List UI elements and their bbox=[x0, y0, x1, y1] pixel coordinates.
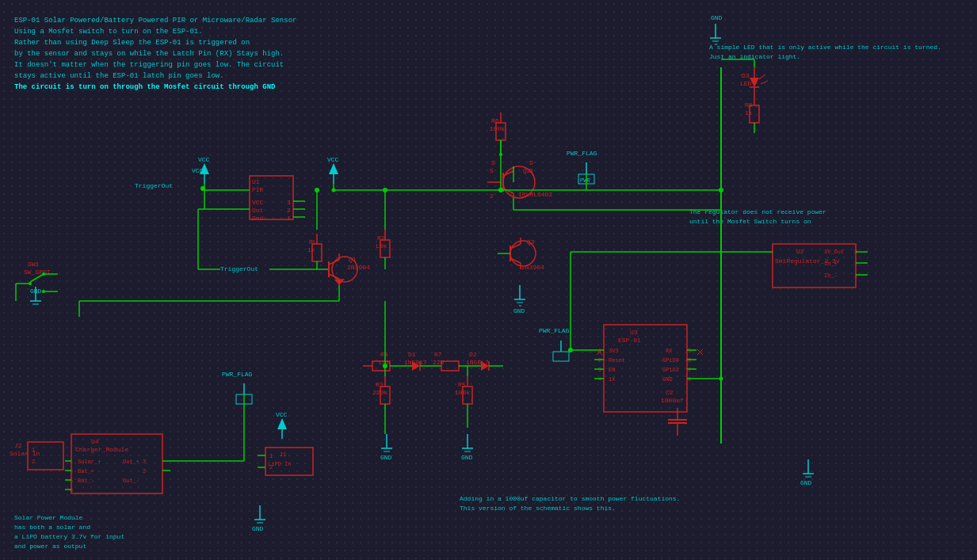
svg-text:Using a Mosfet switch to turn : Using a Mosfet switch to turn on the ESP… bbox=[14, 28, 203, 36]
svg-text:In_+: In_+ bbox=[824, 261, 838, 267]
svg-text:2: 2 bbox=[598, 357, 601, 364]
svg-text:RX: RX bbox=[666, 348, 673, 354]
svg-text:PWR_FLAG: PWR_FLAG bbox=[222, 371, 253, 378]
svg-text:Bat_-: Bat_- bbox=[78, 478, 94, 484]
svg-text:6: 6 bbox=[688, 357, 691, 364]
svg-text:Solar In: Solar In bbox=[10, 450, 40, 457]
svg-text:by the sensor and stays on whi: by the sensor and stays on while the Lat… bbox=[14, 50, 284, 58]
svg-line-183 bbox=[761, 81, 768, 84]
svg-text:J1: J1 bbox=[279, 451, 287, 458]
svg-text:3: 3 bbox=[598, 367, 601, 373]
svg-text:D2: D2 bbox=[469, 351, 477, 358]
svg-text:PWR: PWR bbox=[580, 177, 590, 184]
svg-point-286 bbox=[383, 364, 387, 368]
svg-text:J2: J2 bbox=[14, 442, 22, 449]
svg-text:3: 3 bbox=[529, 167, 533, 174]
svg-text:D1: D1 bbox=[408, 351, 416, 358]
svg-text:VCC: VCC bbox=[198, 156, 210, 163]
svg-text:3V3: 3V3 bbox=[609, 348, 619, 354]
svg-text:ESP-01 Solar Powered/Battery P: ESP-01 Solar Powered/Battery Powered PIR… bbox=[14, 17, 296, 25]
svg-text:1k: 1k bbox=[745, 109, 753, 116]
svg-text:3V_Out: 3V_Out bbox=[824, 249, 844, 255]
svg-line-153 bbox=[503, 189, 513, 193]
svg-text:VCC: VCC bbox=[276, 411, 288, 418]
svg-text:VCC: VCC bbox=[252, 199, 264, 206]
svg-text:R4: R4 bbox=[380, 351, 388, 358]
svg-text:SW1: SW1 bbox=[28, 261, 40, 268]
svg-text:VCC: VCC bbox=[327, 156, 339, 163]
svg-text:1k: 1k bbox=[307, 246, 315, 253]
svg-text:GND: GND bbox=[711, 14, 723, 21]
svg-text:stays active until the ESP-01 : stays active until the ESP-01 latch pin … bbox=[14, 72, 224, 80]
svg-text:Q3: Q3 bbox=[527, 238, 535, 246]
svg-text:2: 2 bbox=[143, 468, 146, 474]
svg-text:LED: LED bbox=[740, 80, 752, 87]
svg-text:GND: GND bbox=[461, 454, 473, 461]
svg-text:U4: U4 bbox=[91, 438, 99, 445]
svg-text:IRLML6402: IRLML6402 bbox=[518, 191, 552, 198]
svg-text:2N3904: 2N3904 bbox=[521, 264, 544, 271]
svg-text:Solar Power Module: Solar Power Module bbox=[14, 514, 83, 521]
svg-text:U1: U1 bbox=[252, 178, 260, 185]
svg-text:TriggerOut: TriggerOut bbox=[220, 265, 258, 272]
svg-text:220: 220 bbox=[433, 359, 445, 366]
svg-text:Out_+: Out_+ bbox=[123, 459, 139, 465]
svg-point-287 bbox=[315, 188, 319, 192]
svg-text:S: S bbox=[491, 159, 495, 166]
svg-point-285 bbox=[383, 188, 387, 192]
svg-text:Bat_+: Bat_+ bbox=[78, 468, 94, 474]
svg-text:TriggerOut: TriggerOut bbox=[135, 182, 173, 189]
svg-text:2: 2 bbox=[32, 459, 35, 465]
svg-line-93 bbox=[329, 274, 339, 279]
svg-text:Q1: Q1 bbox=[349, 256, 357, 263]
svg-text:A simple LED that is only acti: A simple LED that is only active while t… bbox=[709, 44, 941, 51]
svg-marker-54 bbox=[277, 418, 287, 429]
svg-text:In_-: In_- bbox=[824, 272, 838, 279]
svg-text:4: 4 bbox=[598, 376, 601, 383]
svg-line-152 bbox=[503, 171, 513, 176]
svg-text:6: 6 bbox=[70, 487, 73, 493]
schematic-canvas: ESP-01 Solar Powered/Battery Powered PIR… bbox=[0, 0, 977, 560]
svg-line-92 bbox=[329, 260, 339, 265]
svg-text:4: 4 bbox=[70, 468, 73, 474]
svg-text:1: 1 bbox=[854, 261, 857, 267]
svg-text:2: 2 bbox=[287, 207, 291, 214]
svg-text:PWR_FLAG: PWR_FLAG bbox=[567, 150, 597, 157]
svg-text:PIR: PIR bbox=[252, 186, 264, 193]
svg-text:GPiO2: GPiO2 bbox=[662, 367, 679, 373]
svg-text:R7: R7 bbox=[434, 351, 442, 358]
svg-text:100k: 100k bbox=[490, 125, 505, 132]
svg-text:U3: U3 bbox=[630, 329, 638, 336]
svg-text:GND: GND bbox=[252, 525, 264, 532]
svg-line-182 bbox=[759, 74, 765, 79]
svg-text:1: 1 bbox=[70, 459, 73, 465]
svg-text:1000uf: 1000uf bbox=[661, 397, 684, 404]
svg-text:This version of the schematic : This version of the schematic shows this… bbox=[460, 505, 616, 512]
svg-text:Gnd: Gnd bbox=[252, 215, 264, 222]
svg-text:L0k: L0k bbox=[376, 242, 387, 250]
svg-text:Out_-: Out_- bbox=[123, 478, 139, 484]
svg-text:8: 8 bbox=[688, 376, 691, 383]
svg-text:5: 5 bbox=[688, 348, 691, 354]
svg-text:1: 1 bbox=[287, 215, 291, 222]
svg-point-299 bbox=[200, 186, 205, 191]
svg-text:U2: U2 bbox=[796, 248, 804, 255]
svg-text:has both a solar and: has both a solar and bbox=[14, 524, 90, 531]
svg-text:Rather than using Deep Sleep t: Rather than using Deep Sleep the ESP-01 … bbox=[14, 39, 250, 47]
svg-text:GND: GND bbox=[800, 479, 812, 486]
svg-point-82 bbox=[29, 282, 32, 285]
svg-text:until the Mosfet Switch turns : until the Mosfet Switch turns on bbox=[689, 218, 811, 225]
svg-text:Charger_Module: Charger_Module bbox=[75, 446, 128, 453]
svg-text:1: 1 bbox=[854, 272, 857, 279]
svg-text:1: 1 bbox=[32, 447, 35, 453]
svg-text:ESP-01: ESP-01 bbox=[618, 337, 641, 344]
svg-text:Reset: Reset bbox=[609, 357, 625, 364]
svg-text:5: 5 bbox=[490, 167, 494, 174]
svg-point-308 bbox=[719, 377, 723, 381]
svg-text:GND: GND bbox=[662, 376, 673, 383]
svg-text:C2: C2 bbox=[666, 389, 674, 396]
svg-text:GND: GND bbox=[380, 454, 392, 461]
svg-point-290 bbox=[568, 348, 573, 352]
svg-text:2: 2 bbox=[490, 192, 494, 200]
svg-text:PWR_FLAG: PWR_FLAG bbox=[539, 327, 570, 334]
